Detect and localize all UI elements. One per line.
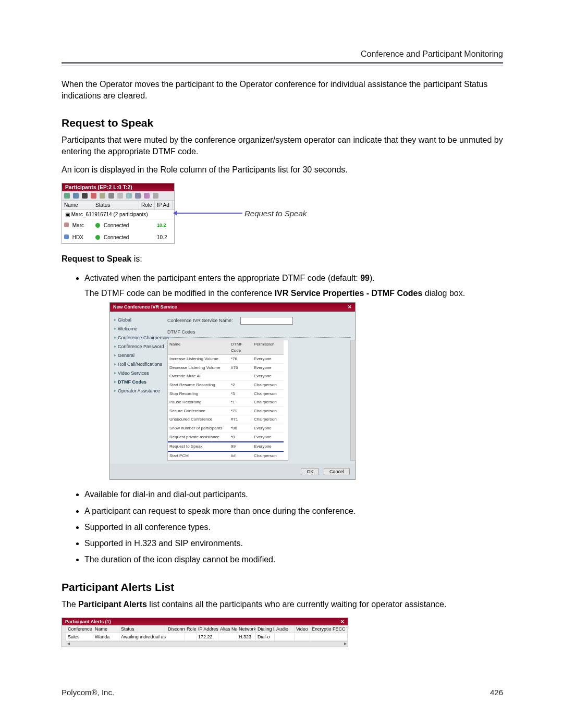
col-name: Name bbox=[62, 201, 93, 209]
service-name-input[interactable] bbox=[240, 317, 293, 325]
close-icon[interactable]: ✕ bbox=[348, 304, 352, 311]
nav-item[interactable]: Global bbox=[114, 317, 162, 324]
participants-pane-title: Participants (EP:2 L:0 T:2) bbox=[62, 183, 174, 191]
bullet: Available for dial-in and dial-out parti… bbox=[84, 488, 503, 500]
toolbar-icon[interactable] bbox=[135, 193, 141, 199]
nav-item[interactable]: General bbox=[114, 352, 162, 359]
t: dialog box. bbox=[422, 289, 465, 298]
t: list contains all the participants who a… bbox=[147, 600, 447, 609]
toolbar-icon[interactable] bbox=[64, 193, 70, 199]
dtmf-scroll[interactable]: Name DTMF Code Permission Increase Liste… bbox=[167, 340, 351, 461]
cell[interactable] bbox=[295, 633, 310, 641]
cell[interactable] bbox=[166, 633, 185, 641]
t: IVR Service Properties - DTMF Codes bbox=[275, 289, 423, 298]
cell[interactable] bbox=[185, 633, 197, 641]
nav-item[interactable]: Video Services bbox=[114, 370, 162, 377]
t: Activated when the participant enters th… bbox=[84, 274, 360, 282]
service-name-row: Conference IVR Service Name: bbox=[167, 317, 351, 325]
toolbar-icon[interactable] bbox=[91, 193, 96, 199]
col-status: Status bbox=[93, 201, 139, 209]
ivr-dialog-title: New Conference IVR Service ✕ bbox=[110, 303, 355, 312]
col: Conference bbox=[66, 625, 93, 633]
nav-item[interactable]: Operator Assistance bbox=[114, 388, 162, 394]
toolbar-icon[interactable] bbox=[126, 193, 132, 199]
col: Encryptio FECC Tok Con bbox=[310, 625, 348, 633]
alerts-h-scrollbar[interactable] bbox=[66, 641, 348, 647]
bullet: Supported in all conference types. bbox=[84, 521, 503, 533]
callout-arrow bbox=[175, 213, 242, 214]
rts-p2: An icon is displayed in the Role column … bbox=[62, 164, 503, 176]
toolbar-icon[interactable] bbox=[108, 193, 114, 199]
cell[interactable]: Awaiting individual assist bbox=[119, 633, 166, 641]
name-cell: HDX bbox=[70, 233, 85, 242]
col: IP Addres bbox=[197, 625, 218, 633]
participants-columns: Name Status Role IP Ad bbox=[62, 201, 174, 210]
title-text: Participant Alerts (1) bbox=[65, 619, 111, 624]
intro-paragraph: When the Operator moves the participant … bbox=[62, 79, 503, 101]
toolbar-icon[interactable] bbox=[117, 193, 123, 199]
participants-toolbar bbox=[62, 191, 174, 201]
col: Status bbox=[119, 625, 166, 633]
toolbar-icon[interactable] bbox=[73, 193, 79, 199]
col: Network bbox=[237, 625, 256, 633]
toolbar-icon[interactable] bbox=[144, 193, 150, 199]
rts-lead-in: Request to Speak is: bbox=[62, 253, 503, 265]
ivr-nav: Global Welcome Conference Chairperson Co… bbox=[110, 312, 164, 464]
toolbar-icon[interactable] bbox=[82, 193, 88, 199]
alerts-paragraph: The Participant Alerts list contains all… bbox=[62, 599, 503, 610]
close-icon[interactable]: ✕ bbox=[340, 619, 345, 624]
callout-label: Request to Speak bbox=[244, 209, 307, 218]
group-label: Marc_611916714 (2 participants) bbox=[71, 212, 148, 217]
footer-left: Polycom®, Inc. bbox=[62, 688, 114, 697]
cell[interactable] bbox=[310, 633, 348, 641]
rts-bullets: Activated when the participant enters th… bbox=[62, 272, 503, 566]
ip-cell: 10.2 bbox=[155, 233, 173, 242]
nav-item[interactable]: Roll Call/Notifications bbox=[114, 361, 162, 368]
row-request-to-speak[interactable]: Request to Speak99Everyone bbox=[168, 441, 288, 452]
cell[interactable]: Sales bbox=[66, 633, 93, 641]
col: Dialing Di bbox=[256, 625, 275, 633]
col-name: Name bbox=[168, 340, 229, 355]
header-rule bbox=[62, 62, 503, 66]
status-cell: Connected bbox=[102, 233, 131, 242]
field-label: Conference IVR Service Name: bbox=[167, 318, 233, 323]
col: Role bbox=[185, 625, 197, 633]
participant-row[interactable]: Marc Connected 10.2 bbox=[62, 219, 174, 231]
nav-item[interactable]: Conference Password bbox=[114, 343, 162, 350]
cell[interactable] bbox=[275, 633, 295, 641]
nav-item-active[interactable]: DTMF Codes bbox=[114, 379, 162, 386]
toolbar-icon[interactable] bbox=[100, 193, 105, 199]
footer-right: 426 bbox=[490, 688, 503, 697]
title-text: New Conference IVR Service bbox=[113, 304, 177, 311]
alerts-side-tabs[interactable] bbox=[62, 625, 66, 647]
bullet: A participant can request to speak more … bbox=[84, 505, 503, 517]
t: ). bbox=[370, 274, 375, 282]
ivr-dialog: New Conference IVR Service ✕ Global Welc… bbox=[109, 302, 356, 480]
cell[interactable] bbox=[218, 633, 237, 641]
col-role: Role bbox=[139, 201, 155, 209]
col-ip: IP Ad bbox=[155, 201, 173, 209]
col-code: DTMF Code bbox=[229, 340, 252, 355]
ok-button[interactable]: OK bbox=[301, 468, 319, 475]
participants-group[interactable]: ▣ Marc_611916714 (2 participants) bbox=[62, 210, 174, 219]
cancel-button[interactable]: Cancel bbox=[324, 468, 350, 475]
col: Disconne bbox=[166, 625, 185, 633]
rts-p1: Participants that were muted by the conf… bbox=[62, 134, 503, 157]
toolbar-icon[interactable] bbox=[153, 193, 158, 199]
ip-cell: 10.2 bbox=[155, 221, 173, 229]
nav-item[interactable]: Welcome bbox=[114, 326, 162, 332]
alerts-title: Participant Alerts (1) ✕ bbox=[62, 618, 348, 625]
page-header-right: Conference and Participant Monitoring bbox=[62, 0, 503, 62]
t: 99 bbox=[360, 274, 370, 282]
cell[interactable]: Dial-o bbox=[256, 633, 275, 641]
page-footer: Polycom®, Inc. 426 bbox=[62, 688, 503, 697]
dtmf-table: Name DTMF Code Permission Increase Liste… bbox=[167, 340, 288, 461]
cell[interactable]: H.323 bbox=[237, 633, 256, 641]
nav-item[interactable]: Conference Chairperson bbox=[114, 335, 162, 341]
col-perm: Permission bbox=[252, 340, 284, 355]
cell[interactable]: 172.22. bbox=[197, 633, 218, 641]
col: Video bbox=[295, 625, 310, 633]
cell[interactable]: Wanda bbox=[93, 633, 119, 641]
bullet: Supported in H.323 and SIP environments. bbox=[84, 537, 503, 549]
participant-row[interactable]: HDX Connected 10.2 bbox=[62, 231, 174, 243]
